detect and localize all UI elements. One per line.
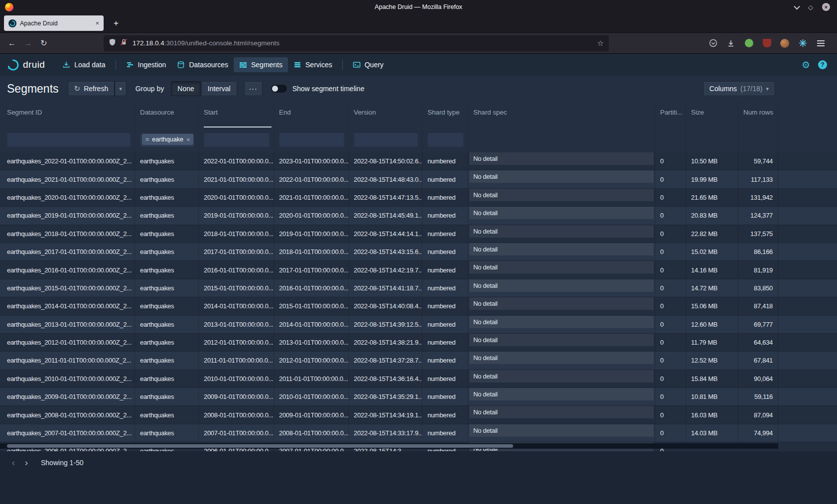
filter-input-version[interactable]: [354, 132, 418, 147]
bookmark-star-icon[interactable]: ☆: [597, 39, 604, 48]
column-header-shard-spec[interactable]: Shard spec: [468, 102, 655, 127]
nav-item-load-data[interactable]: Load data: [57, 57, 111, 72]
nav-item-services[interactable]: Services: [288, 57, 338, 72]
group-by-interval-button[interactable]: Interval: [201, 81, 237, 96]
filter-remove-icon[interactable]: ×: [186, 136, 190, 143]
cell-shard-type: numbered: [422, 406, 468, 423]
cell-start: 2016-01-01T00:00:00.0...: [199, 261, 274, 278]
cell-shard-spec: No detail: [468, 424, 655, 442]
nav-item-segments[interactable]: Segments: [234, 57, 288, 72]
cell-partitions: 0: [655, 243, 686, 260]
filter-input-start[interactable]: [204, 132, 270, 147]
column-header-num-rows[interactable]: Num rows: [738, 102, 778, 127]
pocket-icon[interactable]: [705, 36, 720, 50]
more-options-button[interactable]: ···: [244, 81, 263, 96]
table-row[interactable]: earthquakes_2008-01-01T00:00:00.000Z_2..…: [0, 406, 837, 424]
table-row[interactable]: earthquakes_2020-01-01T00:00:00.000Z_2..…: [0, 189, 837, 207]
window-minimize-icon[interactable]: [795, 5, 799, 9]
cell-version: 2022-08-15T14:36:16.4...: [349, 370, 422, 387]
scrollbar-thumb[interactable]: [7, 444, 513, 448]
window-close-icon[interactable]: ×: [822, 3, 830, 11]
extension-ublock-icon[interactable]: [759, 36, 774, 50]
extension-star-icon[interactable]: [795, 36, 810, 50]
horizontal-scrollbar[interactable]: [0, 443, 778, 449]
forward-button[interactable]: →: [20, 36, 36, 51]
cell-segment-id: earthquakes_2007-01-01T00:00:00.000Z_2..…: [0, 424, 135, 442]
table-row[interactable]: earthquakes_2014-01-01T00:00:00.000Z_2..…: [0, 297, 837, 315]
nav-item-datasources[interactable]: Datasources: [171, 57, 234, 72]
table-row[interactable]: earthquakes_2007-01-01T00:00:00.000Z_2..…: [0, 424, 837, 442]
druid-logo[interactable]: druid: [7, 59, 45, 71]
tab-close-icon[interactable]: ×: [95, 19, 99, 27]
cell-end: 2010-01-01T00:00:00.0...: [274, 388, 349, 405]
cell-size: 14.03 MB: [686, 424, 738, 442]
help-icon[interactable]: ?: [818, 60, 827, 69]
filter-input-segment-id[interactable]: [7, 132, 131, 147]
columns-button[interactable]: Columns (17/18) ▾: [703, 81, 775, 96]
cell-end: 2023-01-01T00:00:00.0...: [274, 152, 349, 170]
reload-button[interactable]: ↻: [36, 36, 52, 51]
refresh-dropdown-button[interactable]: ▾: [115, 81, 127, 96]
cell-shard-spec: No detail: [468, 297, 655, 315]
column-header-version[interactable]: Version: [349, 102, 422, 127]
column-header-end[interactable]: End: [274, 102, 349, 127]
column-header-shard-type[interactable]: Shard type: [422, 102, 468, 127]
brand-name: druid: [23, 59, 45, 70]
druid-swirl-icon: [7, 59, 19, 71]
refresh-button[interactable]: ↻Refresh: [68, 81, 115, 96]
table-row[interactable]: earthquakes_2009-01-01T00:00:00.000Z_2..…: [0, 388, 837, 406]
filter-input-shard-type[interactable]: [427, 132, 464, 147]
table-row[interactable]: earthquakes_2022-01-01T00:00:00.000Z_2..…: [0, 152, 837, 170]
profile-avatar[interactable]: [777, 36, 792, 50]
cell-shard-type: numbered: [422, 189, 468, 206]
column-header-start[interactable]: Start: [199, 102, 274, 127]
shard-spec-no-detail: No detail: [469, 225, 654, 238]
table-row[interactable]: earthquakes_2013-01-01T00:00:00.000Z_2..…: [0, 316, 837, 334]
cell-datasource: earthquakes: [135, 352, 199, 369]
column-header-segment-id[interactable]: Segment ID: [0, 102, 135, 127]
table-row[interactable]: earthquakes_2010-01-01T00:00:00.000Z_2..…: [0, 370, 837, 388]
cell-size: 15.02 MB: [686, 243, 738, 260]
new-tab-button[interactable]: +: [109, 16, 124, 31]
column-header-partitions[interactable]: Partiti...: [655, 102, 686, 127]
nav-item-ingestion[interactable]: Ingestion: [121, 57, 172, 72]
column-header-size[interactable]: Size: [686, 102, 738, 127]
insecure-lock-icon[interactable]: [120, 38, 128, 48]
back-button[interactable]: ←: [4, 36, 20, 51]
url-text[interactable]: 172.18.0.4:30109/unified-console.html#se…: [133, 39, 593, 47]
table-filter-row: = earthquake ×: [0, 127, 837, 152]
downloads-icon[interactable]: [723, 36, 738, 50]
tracking-shield-icon[interactable]: [109, 38, 116, 48]
window-title: Apache Druid — Mozilla Firefox: [0, 3, 837, 10]
table-row[interactable]: earthquakes_2012-01-01T00:00:00.000Z_2..…: [0, 334, 837, 352]
table-row[interactable]: earthquakes_2016-01-01T00:00:00.000Z_2..…: [0, 261, 837, 279]
filter-input-datasource[interactable]: = earthquake ×: [140, 132, 194, 147]
window-maximize-icon[interactable]: ◇: [808, 3, 813, 11]
cell-end: 2013-01-01T00:00:00.0...: [274, 334, 349, 351]
next-page-button[interactable]: ›: [20, 456, 33, 469]
filter-input-end[interactable]: [279, 132, 344, 147]
shard-spec-no-detail: No detail: [469, 297, 654, 310]
menu-hamburger-icon[interactable]: [813, 36, 828, 50]
previous-page-button[interactable]: ‹: [7, 456, 20, 469]
table-row[interactable]: earthquakes_2015-01-01T00:00:00.000Z_2..…: [0, 279, 837, 297]
cell-start: 2019-01-01T00:00:00.0...: [199, 207, 274, 224]
table-row[interactable]: earthquakes_2011-01-01T00:00:00.000Z_2..…: [0, 352, 837, 370]
table-row[interactable]: earthquakes_2017-01-01T00:00:00.000Z_2..…: [0, 243, 837, 261]
table-row[interactable]: earthquakes_2021-01-01T00:00:00.000Z_2..…: [0, 170, 837, 188]
table-row[interactable]: earthquakes_2019-01-01T00:00:00.000Z_2..…: [0, 207, 837, 225]
browser-tab[interactable]: Apache Druid ×: [4, 15, 104, 31]
table-row[interactable]: earthquakes_2018-01-01T00:00:00.000Z_2..…: [0, 225, 837, 243]
filter-chip[interactable]: = earthquake ×: [142, 134, 193, 145]
extension-privacy-icon[interactable]: [741, 36, 756, 50]
settings-gear-icon[interactable]: ⚙: [802, 60, 810, 70]
segment-timeline-toggle[interactable]: [271, 84, 287, 93]
column-header-datasource[interactable]: Datasource: [135, 102, 199, 127]
cell-datasource: earthquakes: [135, 152, 199, 170]
cell-segment-id: earthquakes_2010-01-01T00:00:00.000Z_2..…: [0, 370, 135, 387]
cell-partitions: 0: [655, 207, 686, 224]
cell-size: 20.83 MB: [686, 207, 738, 224]
nav-item-query[interactable]: Query: [347, 57, 389, 72]
group-by-none-button[interactable]: None: [171, 81, 200, 96]
url-bar[interactable]: 172.18.0.4:30109/unified-console.html#se…: [104, 35, 609, 51]
